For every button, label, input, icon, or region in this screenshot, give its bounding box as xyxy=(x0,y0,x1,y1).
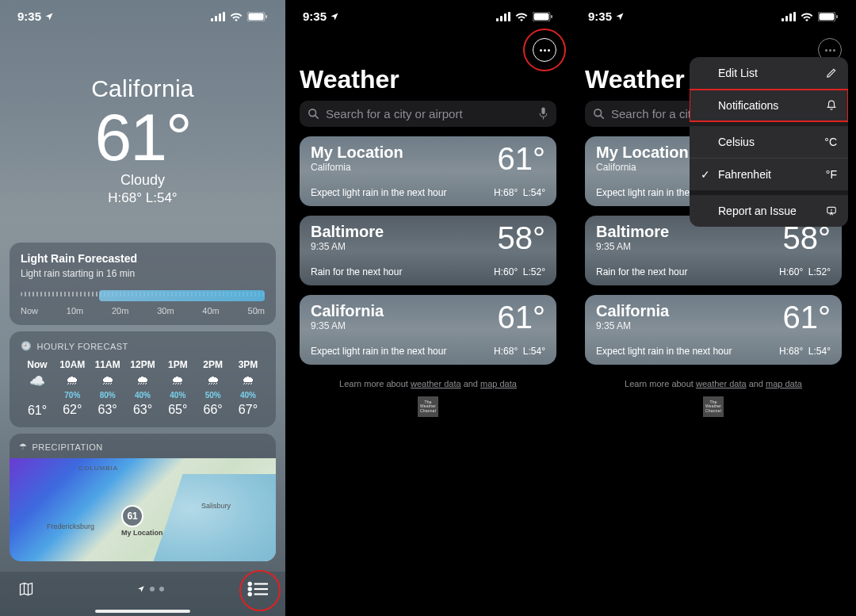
map-data-link[interactable]: map data xyxy=(480,379,517,388)
status-bar: 9:35 xyxy=(285,6,571,26)
svg-rect-5 xyxy=(249,13,264,20)
location-card-hilo: H:60° L:52° xyxy=(494,266,545,277)
location-card-desc: Expect light rain in the next hour xyxy=(311,187,446,198)
location-card-desc: Rain for the next hour xyxy=(311,266,402,277)
location-card-hilo: H:60° L:52° xyxy=(779,266,831,277)
svg-rect-14 xyxy=(500,16,503,21)
location-card-sub: California xyxy=(596,162,689,173)
map-label-fredericksburg: Fredericksburg xyxy=(47,522,94,530)
menu-report-issue[interactable]: Report an Issue xyxy=(690,190,848,227)
location-card-temp: 61° xyxy=(783,303,831,331)
battery-icon xyxy=(818,12,839,21)
page-dots[interactable] xyxy=(137,585,164,593)
svg-rect-1 xyxy=(215,16,217,21)
weather-icon: ☁️ xyxy=(29,373,45,388)
hourly-item: Now☁️ 61° xyxy=(21,359,54,418)
map-icon[interactable] xyxy=(17,581,35,597)
hourly-item: 1PM🌧40%65° xyxy=(161,359,194,418)
precipitation-map[interactable]: COLUMBIA Fredericksburg Salisbury 61 My … xyxy=(10,458,276,561)
location-card-sub: California xyxy=(311,162,403,173)
svg-line-32 xyxy=(600,115,603,118)
footer-attribution: Learn more about weather data and map da… xyxy=(571,379,856,388)
precipitation-card[interactable]: ☂PRECIPITATION COLUMBIA Fredericksburg S… xyxy=(10,434,276,561)
cellular-icon xyxy=(781,12,796,21)
location-card-sub: 9:35 AM xyxy=(596,241,669,252)
status-bar: 9:35 xyxy=(0,6,285,26)
location-name: California xyxy=(0,75,285,102)
hourly-item: 10AM🌧70%62° xyxy=(55,359,89,418)
location-card[interactable]: California9:35 AM61°Expect light rain in… xyxy=(300,295,556,365)
current-conditions: California 61° Cloudy H:68° L:54° xyxy=(0,0,285,206)
location-card[interactable]: California9:35 AM61°Expect light rain in… xyxy=(585,295,842,365)
location-card[interactable]: My LocationCalifornia61°Expect light rai… xyxy=(300,136,556,206)
precip-label: PRECIPITATION xyxy=(32,442,103,452)
location-arrow-icon xyxy=(330,12,339,21)
hourly-row[interactable]: Now☁️ 61°10AM🌧70%62°11AM🌧80%63°12PM🌧40%6… xyxy=(21,359,265,418)
weather-detail-screen: 9:35 California 61° Cloudy H:68° L:54° L… xyxy=(0,0,285,616)
rain-forecast-card[interactable]: Light Rain Forecasted Light rain startin… xyxy=(10,243,276,325)
cellular-icon xyxy=(496,12,510,21)
menu-edit-list[interactable]: Edit List xyxy=(690,57,848,89)
location-card-name: California xyxy=(596,303,669,319)
svg-rect-22 xyxy=(541,107,545,114)
more-button[interactable] xyxy=(533,38,556,62)
map-label-columbia: COLUMBIA xyxy=(78,465,118,472)
svg-rect-29 xyxy=(820,13,835,20)
svg-rect-24 xyxy=(781,18,784,21)
home-indicator[interactable] xyxy=(95,610,190,613)
hourly-label: HOURLY FORECAST xyxy=(37,342,128,351)
location-arrow-icon xyxy=(137,585,145,593)
report-icon xyxy=(826,205,837,216)
weather-channel-logo: The Weather Channel xyxy=(703,396,724,417)
svg-line-21 xyxy=(315,115,318,118)
weather-data-link[interactable]: weather data xyxy=(411,379,461,388)
location-card[interactable]: Baltimore9:35 AM58°Rain for the next hou… xyxy=(300,216,556,285)
status-right xyxy=(211,12,268,21)
pencil-icon xyxy=(826,67,837,78)
location-card-temp: 58° xyxy=(498,224,546,252)
hourly-item: 11AM🌧80%63° xyxy=(91,359,124,418)
high-low: H:68° L:54° xyxy=(0,190,285,206)
menu-notifications[interactable]: Notifications xyxy=(690,89,848,121)
list-icon[interactable] xyxy=(247,581,268,597)
status-time: 9:35 xyxy=(17,10,41,23)
clock-icon: 🕘 xyxy=(21,341,32,351)
hourly-forecast-card[interactable]: 🕘HOURLY FORECAST Now☁️ 61°10AM🌧70%62°11A… xyxy=(10,331,276,427)
weather-icon: 🌧 xyxy=(66,373,78,388)
search-placeholder: Search for a city or airport xyxy=(326,107,532,121)
status-bar: 9:35 xyxy=(571,6,856,26)
map-pin-my-location[interactable]: 61 My Location xyxy=(121,505,163,537)
bell-icon xyxy=(826,100,837,111)
hourly-item: 2PM🌧50%66° xyxy=(197,359,230,418)
location-card-name: California xyxy=(311,303,384,319)
svg-point-31 xyxy=(594,109,602,117)
menu-fahrenheit[interactable]: ✓Fahrenheit °F xyxy=(690,158,848,190)
search-field[interactable]: Search for a city or airport xyxy=(300,101,556,127)
map-data-link[interactable]: map data xyxy=(766,379,802,388)
umbrella-icon: ☂ xyxy=(19,442,28,452)
weather-data-link[interactable]: weather data xyxy=(696,379,747,388)
menu-celsius[interactable]: Celsius °C xyxy=(690,121,848,158)
location-arrow-icon xyxy=(44,12,54,21)
weather-icon: 🌧 xyxy=(242,373,254,388)
location-card-sub: 9:35 AM xyxy=(311,241,384,252)
location-card-hilo: H:68° L:54° xyxy=(494,187,545,198)
rain-card-subtitle: Light rain starting in 16 min xyxy=(21,268,265,279)
map-label-salisbury: Salisbury xyxy=(201,502,231,510)
svg-rect-15 xyxy=(504,13,506,21)
cellular-icon xyxy=(211,12,225,21)
wifi-icon xyxy=(230,12,243,21)
location-card-desc: Expect light rain in the next hour xyxy=(596,346,732,357)
weather-icon: 🌧 xyxy=(171,373,184,388)
location-card-desc: Expect light rain in the next hour xyxy=(311,346,446,357)
mic-icon[interactable] xyxy=(538,107,548,121)
wifi-icon xyxy=(515,12,528,21)
rain-card-title: Light Rain Forecasted xyxy=(21,252,265,265)
fahrenheit-symbol: °F xyxy=(826,168,837,181)
battery-icon xyxy=(533,12,553,21)
location-card-temp: 61° xyxy=(498,303,546,331)
location-card-sub: 9:35 AM xyxy=(596,320,669,331)
svg-point-7 xyxy=(249,583,251,585)
svg-rect-26 xyxy=(789,13,792,21)
current-temp: 61° xyxy=(0,104,285,170)
